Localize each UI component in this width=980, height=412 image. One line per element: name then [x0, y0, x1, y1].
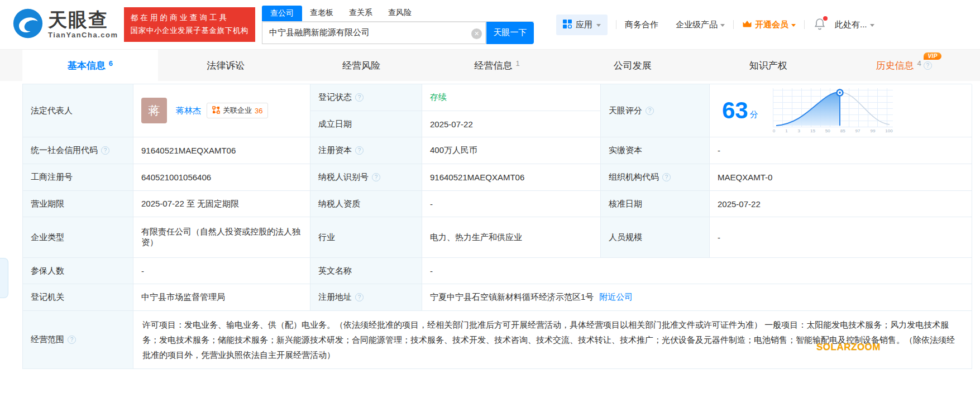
label-text: 纳税人资质 [318, 199, 360, 209]
label-company-type: 企业类型 [23, 217, 133, 258]
cell-reg-number: 640521001056406 [133, 164, 310, 191]
divider [733, 20, 734, 29]
tab-basic-info[interactable]: 基本信息 6 [22, 50, 158, 81]
tab-legal-litigation[interactable]: 法律诉讼 [158, 50, 294, 81]
tab-intellectual-property[interactable]: 知识产权 [700, 50, 836, 81]
avatar[interactable]: 蒋 [141, 98, 167, 123]
reg-capital-value: 400万人民币 [430, 145, 477, 156]
cell-company-type: 有限责任公司（自然人投资或控股的法人独资） [133, 217, 310, 258]
tick: 99 [870, 128, 875, 133]
apps-menu[interactable]: 应用 [556, 15, 608, 35]
cell-staff-size: - [710, 217, 972, 258]
section-tabs: 基本信息 6 法律诉讼 经营风险 经营信息 1 公司发展 知识产权 VIP 历史… [0, 49, 980, 81]
tab-operation-info[interactable]: 经营信息 1 [429, 50, 565, 81]
apps-grid-icon [563, 20, 572, 30]
label-english-name: 英文名称 [310, 258, 422, 284]
label-text: 工商注册号 [31, 172, 73, 183]
search-input[interactable] [262, 22, 486, 44]
tick: 0 [773, 128, 775, 133]
cell-reg-status: 存续 [422, 84, 601, 111]
insured-count-value: - [141, 266, 144, 276]
clear-search-icon[interactable]: ✕ [471, 28, 482, 39]
nearby-companies-link[interactable]: 附近公司 [599, 292, 633, 303]
tick: 85 [840, 128, 845, 133]
logo-text: 天眼查 TianYanCha.com [48, 10, 118, 39]
cell-approve-date: 2025-07-22 [710, 191, 972, 217]
tab-label: 经营信息 [474, 59, 512, 72]
search-tab-boss[interactable]: 查老板 [302, 8, 341, 21]
tab-company-development[interactable]: 公司发展 [565, 50, 700, 81]
label-text: 英文名称 [318, 266, 352, 276]
user-menu[interactable]: 此处有... [835, 20, 874, 30]
side-widget-handle[interactable] [0, 258, 8, 298]
cell-taxpayer-quality: - [422, 191, 601, 217]
help-icon[interactable] [68, 336, 76, 344]
tick: 50 [825, 128, 830, 133]
tianyancha-logo-icon [12, 8, 44, 41]
logo[interactable]: 天眼查 TianYanCha.com [12, 8, 118, 41]
reg-address-value: 宁夏中宁县石空镇新材料循环经济示范区1号 [430, 292, 594, 303]
label-text: 注册资本 [318, 145, 352, 156]
cell-tianyan-score: 63 分 [710, 84, 972, 137]
apps-label: 应用 [576, 20, 592, 30]
label-text: 实缴资本 [609, 145, 642, 156]
label-reg-address: 注册地址 [310, 284, 422, 311]
tab-label: 经营风险 [342, 59, 380, 72]
search-tab-risk[interactable]: 查风险 [380, 8, 419, 21]
tab-history-info[interactable]: VIP 历史信息 4 [836, 50, 972, 81]
help-icon[interactable] [355, 146, 364, 155]
label-est-date: 成立日期 [310, 111, 422, 137]
help-icon[interactable] [101, 146, 109, 155]
cell-reg-authority: 中宁县市场监督管理局 [133, 284, 310, 311]
label-text: 经营范围 [31, 334, 64, 345]
search-tab-relation[interactable]: 查关系 [341, 8, 380, 21]
taxpayer-quality-value: - [430, 199, 433, 209]
tick: 100 [885, 128, 892, 133]
label-approve-date: 核准日期 [601, 191, 710, 217]
tick: 15 [810, 128, 815, 133]
cell-reg-capital: 400万人民币 [422, 137, 601, 164]
cell-biz-term: 2025-07-22 至 无固定期限 [133, 191, 310, 217]
related-companies-badge[interactable]: 关联企业 36 [207, 103, 268, 118]
cell-business-scope: 许可项目：发电业务、输电业务、供（配）电业务。（依法须经批准的项目，经相关部门批… [133, 311, 972, 369]
user-name: 此处有... [835, 20, 867, 30]
search-area: 查公司 查老板 查关系 查风险 ✕ 天眼一下 [262, 6, 534, 44]
chevron-down-icon [870, 24, 874, 27]
legal-rep-link[interactable]: 蒋林杰 [176, 106, 201, 116]
help-icon[interactable] [355, 293, 364, 301]
promo-banner: 都在用的商业查询工具 国家中小企业发展子基金旗下机构 [124, 7, 256, 42]
help-icon[interactable] [924, 61, 932, 70]
score-distribution-chart: 0 1 3 15 50 85 97 99 100 [773, 88, 893, 133]
label-taxpayer-quality: 纳税人资质 [310, 191, 422, 217]
help-icon[interactable] [355, 93, 364, 102]
biz-term-value: 2025-07-22 至 无固定期限 [141, 199, 239, 209]
tab-operation-risk[interactable]: 经营风险 [294, 50, 429, 81]
company-info-table: 法定代表人 蒋 蒋林杰 关联企业 36 登记状态 [22, 84, 972, 369]
spacer [667, 20, 667, 29]
open-vip-label: 开通会员 [755, 20, 788, 30]
tick: 1 [785, 128, 787, 133]
search-tab-company[interactable]: 查公司 [262, 6, 302, 21]
tianyancha-page: 天眼查 TianYanCha.com 都在用的商业查询工具 国家中小企业发展子基… [0, 0, 980, 412]
nav-enterprise-label: 企业级产品 [676, 20, 718, 30]
nav-open-vip[interactable]: 开通会员 [742, 20, 796, 30]
tick: 3 [798, 128, 800, 133]
search-row: ✕ 天眼一下 [262, 22, 534, 44]
reg-number-value: 640521001056406 [141, 173, 211, 182]
divider [616, 20, 616, 29]
vip-badge: VIP [924, 52, 941, 60]
help-icon[interactable] [646, 107, 654, 115]
notification-bell-icon[interactable] [814, 18, 825, 32]
nav-cooperation[interactable]: 商务合作 [625, 20, 658, 30]
nav-enterprise[interactable]: 企业级产品 [676, 20, 725, 30]
search-button[interactable]: 天眼一下 [486, 22, 534, 44]
tab-count: 4 [917, 59, 921, 68]
search-tabs: 查公司 查老板 查关系 查风险 [262, 6, 534, 22]
label-text: 营业期限 [31, 199, 64, 209]
credit-code-value: 91640521MAEQXAMT06 [141, 146, 236, 155]
org-code-value: MAEQXAMT-0 [718, 173, 772, 182]
reg-authority-value: 中宁县市场监督管理局 [141, 292, 225, 303]
help-icon[interactable] [372, 173, 380, 181]
brand-domain: TianYanCha.com [48, 31, 118, 39]
help-icon[interactable] [662, 173, 671, 181]
